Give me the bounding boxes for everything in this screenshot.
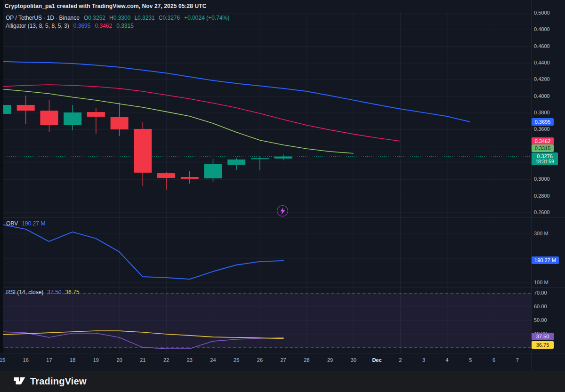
time-tick-label: 30 — [351, 357, 356, 363]
candle-body — [111, 117, 129, 129]
price-tick-label: 0.2600 — [534, 209, 550, 215]
rsi-tick-label: 60.00 — [534, 304, 547, 309]
tradingview-chart-window: Cryptopolitan_pa1 created with TradingVi… — [0, 0, 565, 392]
lightning-bolt-icon — [280, 208, 286, 215]
time-tick-label: 25 — [234, 357, 239, 363]
time-tick-label: 6 — [492, 357, 495, 363]
alligator-jaw-price-badge: 0.3695 — [532, 118, 554, 126]
time-tick-label: 2 — [399, 357, 402, 363]
time-tick-label: 19 — [93, 357, 99, 363]
obv-tick-label: 100 M — [534, 280, 549, 285]
price-tick-label: 0.3600 — [534, 126, 550, 132]
time-tick-label: 15 — [0, 357, 5, 363]
time-tick-label: 7 — [516, 357, 519, 363]
rsi-label: RSI (14, close) — [6, 289, 43, 296]
time-tick-label: 22 — [163, 357, 169, 363]
symbol-legend[interactable]: OP / TetherUS · 1D · Binance O0.3252H0.3… — [6, 15, 229, 21]
time-tick-label: 3 — [422, 357, 425, 363]
candle-body — [204, 164, 222, 178]
time-tick-label: 29 — [327, 357, 333, 363]
alligator-lips-price-badge: 0.3315 — [532, 144, 554, 152]
time-tick-label: 26 — [257, 357, 263, 363]
rsi-tick-label: 70.00 — [534, 290, 547, 296]
alligator-values: 0.36950.34620.3315 — [73, 23, 134, 29]
obv-value-badge: 190.27 M — [532, 256, 559, 264]
price-tick-label: 0.3000 — [534, 176, 550, 182]
candle-body — [227, 160, 245, 165]
candle-body — [251, 158, 269, 159]
bar-countdown: 18:31:59 — [536, 159, 554, 165]
current-price-badge: 0.3276 18:31:59 — [532, 152, 558, 165]
alligator-value: 0.3695 — [73, 23, 91, 29]
time-tick-label: 4 — [446, 357, 449, 363]
tradingview-logo-icon[interactable] — [13, 375, 26, 388]
candle-body — [181, 177, 199, 179]
candle-body — [134, 129, 152, 173]
candle-body — [64, 112, 81, 125]
ohlc-item: C0.3276 — [159, 15, 180, 21]
price-tick-label: 0.4400 — [534, 60, 550, 65]
alligator-label: Alligator (13, 8, 5, 8, 5, 3) — [6, 23, 69, 29]
obv-line — [2, 224, 283, 279]
time-tick-label: 16 — [23, 357, 29, 363]
candle-body — [87, 112, 105, 117]
current-price: 0.3276 — [537, 153, 553, 159]
alligator-teeth-price-badge: 0.3462 — [532, 137, 554, 145]
price-tick-label: 0.4600 — [534, 43, 550, 49]
candle-body — [40, 111, 58, 125]
price-tick-label: 0.4000 — [534, 93, 550, 99]
price-tick-label: 0.4800 — [534, 26, 550, 32]
rsi-tick-label: 50.00 — [534, 317, 547, 323]
time-tick-label: 17 — [46, 357, 52, 363]
tradingview-footer: TradingView — [0, 371, 565, 392]
candle-body — [157, 173, 175, 178]
rsi-legend[interactable]: RSI (14, close) 37.50 36.75 — [6, 289, 79, 296]
symbol-title: OP / TetherUS · 1D · Binance — [6, 15, 80, 21]
time-tick-label: 18 — [70, 357, 75, 363]
time-tick-label: 5 — [469, 357, 472, 363]
price-change: +0.0024 (+0.74%) — [184, 15, 229, 21]
tradingview-brand-text[interactable]: TradingView — [30, 376, 87, 387]
time-tick-label: Dec — [372, 357, 381, 363]
obv-value: 190.27 M — [22, 220, 45, 227]
rsi-value-badge: 37.50 — [532, 333, 554, 340]
time-tick-label: 27 — [281, 357, 286, 363]
obv-label: OBV — [6, 220, 18, 227]
ohlc-item: L0.3231 — [134, 15, 154, 21]
rsi-value: 37.50 — [47, 289, 61, 296]
time-tick-label: 24 — [210, 357, 216, 363]
obv-tick-label: 300 M — [534, 231, 549, 236]
page-title: Cryptopolitan_pa1 created with TradingVi… — [5, 3, 206, 9]
time-tick-label: 20 — [116, 357, 122, 363]
rsi-ma-value-badge: 36.75 — [532, 341, 554, 349]
rsi-ma-value: 36.75 — [65, 289, 79, 296]
candle-body — [17, 105, 35, 111]
time-tick-label: 28 — [304, 357, 309, 363]
time-tick-label: 23 — [187, 357, 193, 363]
price-tick-label: 0.3800 — [534, 110, 550, 115]
ohlc-item: O0.3252 — [84, 15, 105, 21]
price-tick-label: 0.4200 — [534, 76, 550, 82]
candle-body — [274, 157, 292, 159]
alligator-legend[interactable]: Alligator (13, 8, 5, 8, 5, 3) 0.36950.34… — [6, 23, 134, 29]
price-tick-label: 0.2800 — [534, 193, 550, 199]
alligator-value: 0.3315 — [116, 23, 134, 29]
chart-left-margin — [0, 0, 3, 353]
price-tick-label: 0.5000 — [534, 10, 550, 16]
chart-canvas[interactable] — [0, 0, 565, 371]
alligator-value: 0.3462 — [95, 23, 112, 29]
flash-event-icon[interactable] — [277, 205, 288, 216]
obv-legend[interactable]: OBV 190.27 M — [6, 220, 45, 227]
ohlc-values: O0.3252H0.3300L0.3231C0.3276 — [84, 15, 180, 21]
time-tick-label: 21 — [140, 357, 145, 363]
ohlc-item: H0.3300 — [109, 15, 130, 21]
